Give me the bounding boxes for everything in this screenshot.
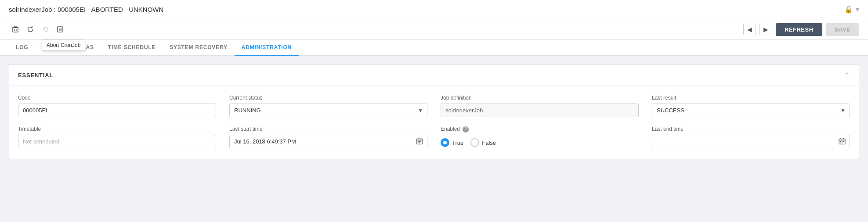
collapse-icon[interactable]: ⌃ bbox=[844, 71, 850, 79]
svg-rect-9 bbox=[840, 141, 841, 142]
enabled-true-label: True bbox=[452, 140, 463, 146]
svg-rect-10 bbox=[842, 141, 843, 142]
enabled-field-group: Enabled ? True False bbox=[441, 126, 639, 150]
section-body: Code Current status RUNNING ABORTED UNKN… bbox=[9, 86, 859, 159]
enabled-help-icon[interactable]: ? bbox=[463, 126, 469, 132]
svg-rect-6 bbox=[418, 142, 419, 143]
last-result-select[interactable]: SUCCESS FAILURE UNKNOWN bbox=[652, 104, 850, 117]
job-definition-field-group: Job definition bbox=[441, 95, 639, 117]
code-label: Code bbox=[18, 95, 216, 101]
abort-button[interactable] bbox=[54, 23, 67, 36]
app-header: solrIndexerJob : 000005EI - ABORTED - UN… bbox=[0, 0, 868, 19]
tab-time-schedule[interactable]: TIME SCHEDULE bbox=[101, 40, 163, 56]
current-status-select[interactable]: RUNNING ABORTED UNKNOWN SUCCESS FAILURE bbox=[229, 104, 427, 117]
save-button: SAVE bbox=[826, 23, 859, 36]
header-icons: 🔒 ▾ bbox=[844, 5, 859, 14]
dropdown-icon[interactable]: ▾ bbox=[856, 5, 859, 14]
last-start-time-wrapper bbox=[229, 135, 427, 148]
last-result-label: Last result bbox=[652, 95, 850, 101]
current-status-label: Current status bbox=[229, 95, 427, 101]
toolbar: Abort CronJob ◀ ▶ REFRESH SAVE bbox=[0, 19, 868, 40]
refresh-button[interactable] bbox=[24, 23, 37, 36]
svg-rect-0 bbox=[13, 28, 18, 32]
main-content: ESSENTIAL ⌃ Code Current status bbox=[0, 56, 868, 168]
code-field-group: Code bbox=[18, 95, 216, 117]
code-input[interactable] bbox=[18, 104, 216, 117]
enabled-false-label: False bbox=[482, 140, 496, 146]
current-status-field-group: Current status RUNNING ABORTED UNKNOWN S… bbox=[229, 95, 427, 117]
svg-rect-4 bbox=[419, 141, 420, 142]
svg-rect-3 bbox=[418, 141, 419, 142]
last-result-select-wrapper: SUCCESS FAILURE UNKNOWN ▼ bbox=[652, 104, 850, 117]
essential-section: ESSENTIAL ⌃ Code Current status bbox=[9, 64, 859, 159]
last-end-time-input[interactable] bbox=[652, 135, 850, 148]
svg-rect-13 bbox=[842, 142, 843, 143]
nav-prev-button[interactable]: ◀ bbox=[743, 24, 756, 35]
nav-next-button[interactable]: ▶ bbox=[760, 24, 772, 35]
tab-system-recovery[interactable]: SYSTEM RECOVERY bbox=[163, 40, 235, 56]
last-start-time-label: Last start time bbox=[229, 126, 427, 132]
last-start-time-calendar-icon[interactable] bbox=[416, 137, 423, 146]
svg-rect-5 bbox=[420, 141, 421, 142]
section-title: ESSENTIAL bbox=[18, 72, 53, 79]
enabled-true-radio[interactable]: True bbox=[441, 138, 463, 147]
toolbar-right: ◀ ▶ REFRESH SAVE bbox=[743, 23, 859, 36]
page-title: solrIndexerJob : 000005EI - ABORTED - UN… bbox=[9, 6, 163, 13]
tabs-bar: LOG TASK RUN AS TIME SCHEDULE SYSTEM REC… bbox=[0, 40, 868, 56]
svg-rect-12 bbox=[840, 142, 841, 143]
section-header: ESSENTIAL ⌃ bbox=[9, 65, 859, 86]
delete-button[interactable] bbox=[9, 23, 22, 36]
timetable-label: Timetable bbox=[18, 126, 216, 132]
enabled-false-radio[interactable]: False bbox=[470, 138, 496, 147]
refresh-action-button[interactable]: REFRESH bbox=[776, 23, 822, 36]
enabled-false-radio-circle bbox=[470, 138, 479, 147]
tab-administration[interactable]: ADMINISTRATION bbox=[235, 40, 299, 56]
tab-log[interactable]: LOG bbox=[9, 40, 35, 56]
last-start-time-field-group: Last start time bbox=[229, 126, 427, 150]
undo-button[interactable] bbox=[39, 23, 52, 36]
abort-tooltip: Abort CronJob bbox=[42, 39, 85, 51]
last-result-field-group: Last result SUCCESS FAILURE UNKNOWN ▼ bbox=[652, 95, 850, 117]
last-end-time-calendar-icon[interactable] bbox=[839, 137, 846, 146]
last-end-time-field-group: Last end time bbox=[652, 126, 850, 150]
last-start-time-input[interactable] bbox=[229, 135, 427, 148]
form-grid: Code Current status RUNNING ABORTED UNKN… bbox=[18, 95, 850, 150]
timetable-field-group: Timetable bbox=[18, 126, 216, 150]
last-end-time-wrapper bbox=[652, 135, 850, 148]
svg-rect-7 bbox=[419, 142, 420, 143]
last-end-time-label: Last end time bbox=[652, 126, 850, 132]
current-status-select-wrapper: RUNNING ABORTED UNKNOWN SUCCESS FAILURE … bbox=[229, 104, 427, 117]
timetable-input[interactable] bbox=[18, 135, 216, 148]
enabled-radio-group: True False bbox=[441, 135, 639, 150]
lock-icon: 🔒 bbox=[844, 5, 853, 14]
enabled-label: Enabled ? bbox=[441, 126, 639, 132]
svg-rect-11 bbox=[843, 141, 844, 142]
toolbar-left: Abort CronJob bbox=[9, 23, 67, 36]
job-definition-label: Job definition bbox=[441, 95, 639, 101]
enabled-true-radio-circle bbox=[441, 138, 449, 147]
job-definition-input bbox=[441, 104, 639, 117]
